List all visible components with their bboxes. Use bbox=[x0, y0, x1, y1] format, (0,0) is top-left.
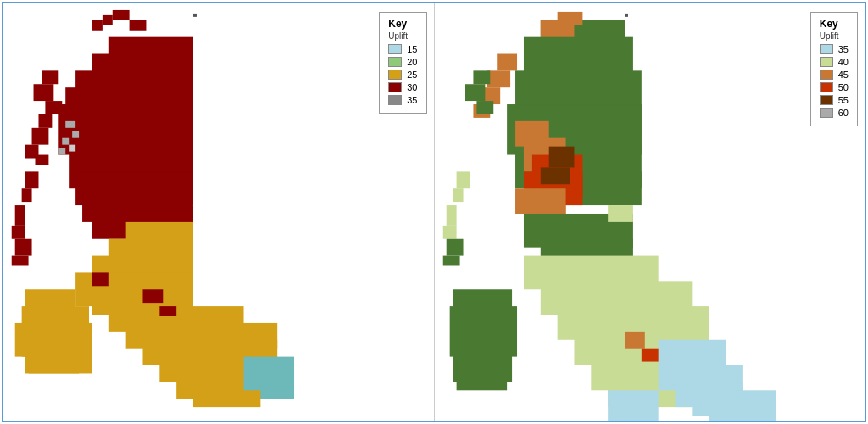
svg-rect-6 bbox=[34, 84, 54, 101]
svg-rect-68 bbox=[442, 256, 459, 266]
svg-rect-65 bbox=[446, 205, 456, 226]
svg-rect-42 bbox=[193, 390, 260, 407]
svg-rect-1 bbox=[92, 20, 103, 31]
svg-rect-11 bbox=[36, 155, 49, 165]
svg-rect-62 bbox=[476, 101, 493, 114]
svg-rect-5 bbox=[42, 70, 58, 84]
right-swatch-45 bbox=[820, 70, 833, 80]
left-legend-title: Key bbox=[388, 18, 417, 30]
svg-rect-81 bbox=[548, 147, 574, 168]
svg-rect-17 bbox=[12, 256, 29, 266]
right-swatch-40 bbox=[820, 57, 833, 67]
left-map-panel: Key Uplift 15 20 25 30 35 bbox=[3, 3, 435, 421]
right-legend-item-60: 60 bbox=[820, 108, 849, 118]
right-legend-item-50: 50 bbox=[820, 82, 849, 92]
svg-rect-29 bbox=[69, 145, 75, 152]
svg-rect-102 bbox=[641, 349, 658, 362]
left-swatch-15 bbox=[388, 44, 402, 54]
right-label-45: 45 bbox=[838, 70, 849, 80]
svg-rect-63 bbox=[456, 171, 470, 188]
svg-rect-55 bbox=[624, 14, 627, 17]
left-label-35: 35 bbox=[407, 95, 417, 105]
left-swatch-35 bbox=[388, 95, 402, 105]
svg-rect-95 bbox=[456, 357, 507, 391]
svg-rect-15 bbox=[12, 226, 25, 239]
svg-rect-46 bbox=[29, 340, 80, 374]
svg-rect-67 bbox=[446, 239, 463, 256]
right-legend-item-40: 40 bbox=[820, 57, 849, 67]
left-label-20: 20 bbox=[407, 57, 417, 67]
right-swatch-50 bbox=[820, 82, 833, 92]
svg-rect-53 bbox=[193, 14, 197, 17]
svg-rect-50 bbox=[159, 306, 176, 316]
svg-rect-8 bbox=[38, 114, 52, 128]
right-label-40: 40 bbox=[838, 57, 849, 67]
svg-rect-28 bbox=[62, 138, 69, 145]
left-label-30: 30 bbox=[407, 82, 417, 92]
svg-rect-49 bbox=[142, 289, 163, 303]
svg-rect-12 bbox=[25, 171, 39, 188]
left-swatch-25 bbox=[388, 70, 402, 80]
right-map-svg bbox=[435, 3, 865, 421]
svg-rect-2 bbox=[103, 15, 113, 25]
right-map-panel: Key Uplift 35 40 45 50 55 bbox=[435, 3, 865, 421]
right-swatch-35 bbox=[820, 44, 833, 54]
left-legend-item-25: 25 bbox=[388, 70, 417, 80]
svg-rect-48 bbox=[92, 272, 109, 286]
svg-rect-60 bbox=[473, 70, 490, 84]
svg-rect-52 bbox=[260, 373, 294, 399]
right-legend-item-45: 45 bbox=[820, 70, 849, 80]
svg-rect-3 bbox=[113, 10, 130, 20]
left-map-svg bbox=[3, 3, 434, 421]
svg-rect-82 bbox=[540, 167, 570, 184]
svg-rect-101 bbox=[624, 332, 644, 349]
right-legend-title: Key bbox=[820, 18, 849, 30]
svg-rect-27 bbox=[72, 131, 79, 138]
svg-rect-56 bbox=[497, 54, 517, 71]
right-label-50: 50 bbox=[838, 82, 849, 92]
svg-rect-100 bbox=[608, 390, 659, 421]
right-label-60: 60 bbox=[838, 108, 849, 118]
right-legend-subtitle: Uplift bbox=[820, 31, 849, 41]
svg-rect-99 bbox=[709, 390, 776, 421]
svg-rect-13 bbox=[22, 188, 32, 202]
svg-rect-26 bbox=[65, 121, 75, 128]
left-legend-item-15: 15 bbox=[388, 44, 417, 54]
left-legend-item-35: 35 bbox=[388, 95, 417, 105]
left-label-25: 25 bbox=[407, 70, 417, 80]
right-swatch-55 bbox=[820, 95, 833, 105]
svg-rect-9 bbox=[32, 128, 49, 145]
left-legend: Key Uplift 15 20 25 30 35 bbox=[379, 12, 426, 114]
svg-rect-30 bbox=[58, 148, 65, 155]
svg-rect-61 bbox=[465, 84, 485, 101]
left-swatch-30 bbox=[388, 82, 402, 92]
svg-rect-66 bbox=[442, 226, 456, 239]
svg-rect-85 bbox=[608, 205, 633, 222]
right-legend-item-35: 35 bbox=[820, 44, 849, 54]
right-legend: Key Uplift 35 40 45 50 55 bbox=[810, 12, 858, 126]
left-legend-item-30: 30 bbox=[388, 82, 417, 92]
svg-rect-4 bbox=[130, 20, 147, 31]
right-legend-item-55: 55 bbox=[820, 95, 849, 105]
right-swatch-60 bbox=[820, 108, 833, 118]
left-swatch-20 bbox=[388, 57, 402, 67]
svg-rect-47 bbox=[15, 323, 29, 357]
left-legend-item-20: 20 bbox=[388, 57, 417, 67]
svg-rect-57 bbox=[487, 70, 510, 87]
svg-rect-64 bbox=[453, 188, 463, 202]
main-container: Key Uplift 15 20 25 30 35 bbox=[2, 2, 866, 422]
left-label-15: 15 bbox=[407, 44, 417, 54]
svg-rect-104 bbox=[557, 12, 582, 25]
right-label-35: 35 bbox=[838, 44, 849, 54]
left-legend-subtitle: Uplift bbox=[388, 31, 417, 41]
right-label-55: 55 bbox=[838, 95, 849, 105]
svg-rect-14 bbox=[15, 205, 25, 226]
svg-rect-16 bbox=[15, 239, 32, 256]
